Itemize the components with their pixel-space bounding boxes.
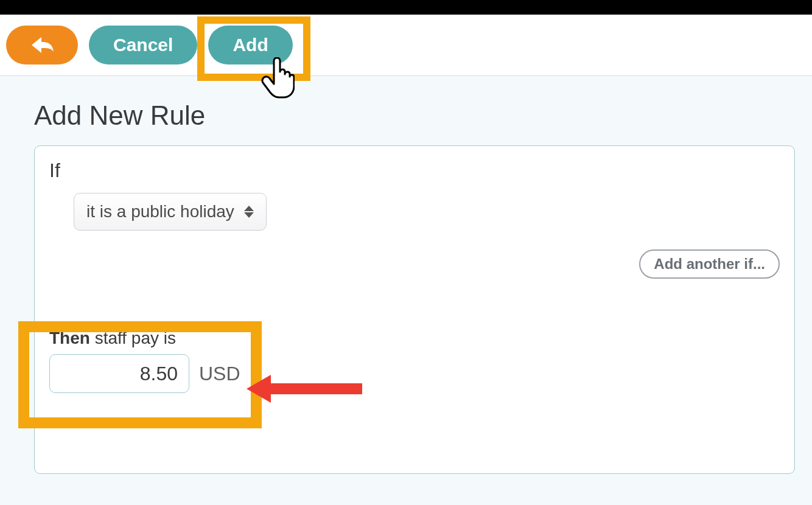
content-area: Add New Rule If it is a public holiday A… — [0, 76, 812, 474]
pay-amount-input[interactable] — [49, 354, 189, 393]
add-button[interactable]: Add — [208, 26, 292, 64]
page-title: Add New Rule — [34, 100, 795, 131]
cancel-button[interactable]: Cancel — [89, 26, 197, 64]
then-label: Then staff pay is — [49, 329, 240, 348]
window-top-bar — [0, 0, 812, 15]
then-rest: staff pay is — [90, 329, 176, 347]
currency-label: USD — [199, 363, 240, 385]
back-button[interactable] — [6, 26, 78, 64]
then-block: Then staff pay is USD — [49, 329, 240, 393]
then-bold: Then — [49, 329, 90, 347]
back-arrow-icon — [29, 35, 55, 55]
condition-select[interactable]: it is a public holiday — [74, 193, 267, 231]
header-toolbar: Cancel Add — [0, 15, 812, 76]
pay-row: USD — [49, 354, 240, 393]
if-label: If — [49, 159, 780, 182]
condition-selected-value: it is a public holiday — [86, 202, 234, 221]
add-another-if-button[interactable]: Add another if... — [639, 249, 780, 279]
rule-box: If it is a public holiday Add another if… — [34, 145, 795, 474]
select-chevron-icon — [244, 206, 254, 218]
